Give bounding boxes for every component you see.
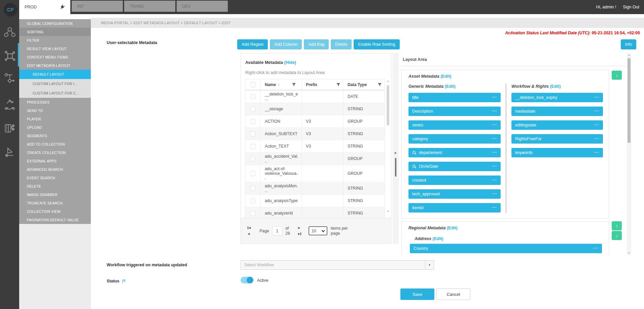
sidebar-item-add-to-collection[interactable]: ADD TO COLLECTION: [19, 140, 91, 148]
chip-options-icon[interactable]: ...: [594, 121, 599, 126]
row-checkbox[interactable]: [250, 186, 255, 191]
chip-options-icon[interactable]: ...: [594, 107, 599, 112]
avatar[interactable]: CP: [4, 3, 17, 16]
chip-options-icon[interactable]: ...: [594, 93, 599, 99]
hide-link[interactable]: (Hide): [284, 60, 296, 65]
sidebar-item-sorting[interactable]: SORTING: [19, 28, 91, 36]
row-checkbox[interactable]: [250, 119, 255, 124]
chip-options-icon[interactable]: ...: [492, 176, 497, 181]
layout-area-scrollbar[interactable]: ▲ ▼: [627, 53, 631, 255]
row-checkbox[interactable]: [250, 198, 255, 203]
sidebar-item-filter[interactable]: FILTER: [19, 36, 91, 44]
move-section-down-button[interactable]: ↓: [612, 231, 622, 240]
chip-options-icon[interactable]: ...: [492, 135, 497, 140]
chip-options-icon[interactable]: ...: [594, 149, 599, 154]
collapse-left-icon[interactable]: ◀: [394, 151, 396, 154]
metadata-chip-title[interactable]: title ...: [408, 93, 501, 102]
sidebar-item-external-apps[interactable]: EXTERNAL APPS: [19, 157, 91, 165]
add-region-button[interactable]: Add Region: [237, 39, 268, 49]
sidebar-item-advanced-search[interactable]: ADVANCED SEARCH: [19, 165, 91, 173]
sidebar-item-truncate-search[interactable]: TRUNCATE SEARCH: [19, 199, 91, 207]
tab-dev[interactable]: DEV: [177, 1, 228, 12]
chip-options-icon[interactable]: ...: [492, 93, 497, 99]
sync-processes-icon[interactable]: [3, 98, 17, 112]
row-checkbox[interactable]: [250, 171, 255, 176]
metadata-chip-series[interactable]: series ...: [408, 120, 501, 130]
chip-options-icon[interactable]: ...: [492, 121, 497, 126]
chip-options-icon[interactable]: ...: [492, 190, 497, 195]
sidebar-item-image-grabber[interactable]: IMAGE GRABBER: [19, 190, 91, 199]
sidebar-item-custom-layout-i[interactable]: CUSTOM LAYOUT FOR I...: [19, 79, 91, 88]
row-checkbox[interactable]: [250, 211, 255, 216]
metadata-chip-editingstate[interactable]: editingstate ...: [511, 120, 603, 130]
sidebar-item-event-search[interactable]: EVENT SEARCH: [19, 173, 91, 182]
chip-options-icon[interactable]: ...: [594, 135, 599, 140]
tab-prod[interactable]: PROD: [19, 0, 70, 14]
scrollbar-thumb[interactable]: [628, 58, 631, 143]
sidebar-item-delete[interactable]: DELETE: [19, 182, 91, 190]
sign-out-link[interactable]: Sign Out: [623, 5, 639, 9]
scroll-down-icon[interactable]: ▼: [627, 252, 631, 254]
sidebar-item-create-collection[interactable]: CREATE COLLECTION: [19, 148, 91, 157]
tab-int[interactable]: INT: [72, 1, 123, 12]
table-row[interactable]: Action_TEXT V3 STRING: [245, 140, 385, 153]
panel-splitter[interactable]: ◀: [393, 53, 399, 244]
chip-options-icon[interactable]: ...: [492, 204, 497, 209]
info-button[interactable]: Info: [621, 39, 636, 49]
row-checkbox[interactable]: [250, 131, 255, 137]
media-edit-icon[interactable]: [3, 121, 17, 135]
add-column-button[interactable]: Add Column: [270, 39, 302, 49]
address-edit-link[interactable]: (Edit): [433, 236, 443, 241]
first-page-icon[interactable]: ◀: [248, 226, 251, 229]
scroll-down-icon[interactable]: ▼: [386, 210, 390, 213]
metadata-chip-tech-approved[interactable]: tech_approved ...: [408, 189, 501, 199]
table-row[interactable]: adu_act-of-violence_Valossa... GROUP: [245, 165, 385, 182]
modules-icon[interactable]: [3, 25, 17, 39]
table-row[interactable]: __storage STRING: [245, 103, 385, 115]
metadata-chip-country[interactable]: Country ...: [410, 244, 602, 253]
add-bag-button[interactable]: Add Bag: [304, 39, 329, 49]
last-page-icon[interactable]: ▶: [298, 232, 301, 235]
move-section-up-button[interactable]: ↑: [612, 221, 622, 230]
sidebar-item-pagination-default-value[interactable]: PAGINATION DEFAULT VALUE: [19, 216, 91, 224]
metadata-chip-departement[interactable]: departement ...: [408, 148, 501, 157]
row-checkbox[interactable]: [250, 156, 255, 161]
table-row[interactable]: Action_SUBTEXT V3 STRING: [245, 128, 385, 140]
filter-data-type-icon[interactable]: [378, 83, 382, 87]
metadata-chip-onairdate[interactable]: OnAirDate ...: [408, 162, 501, 171]
sidebar-item-upload[interactable]: UPLOAD: [19, 123, 91, 131]
table-scrollbar[interactable]: ▲ ▼: [386, 80, 390, 213]
row-checkbox[interactable]: [250, 144, 255, 149]
splitter-handle[interactable]: [395, 158, 396, 177]
sidebar-item-processes[interactable]: PROCESSES: [19, 98, 91, 106]
table-row[interactable]: ACTION V3 GROUP: [245, 115, 385, 128]
save-button[interactable]: Save: [400, 288, 434, 300]
chip-options-icon[interactable]: ...: [492, 107, 497, 112]
row-checkbox[interactable]: [250, 107, 255, 112]
metadata-chip-keywords[interactable]: keywords ...: [511, 148, 603, 157]
scrollbar-thumb[interactable]: [387, 85, 389, 125]
row-checkbox[interactable]: [250, 94, 255, 99]
enable-row-sorting-button[interactable]: Enable Row Sorting: [354, 39, 399, 49]
regional-metadata-edit-link[interactable]: (Edit): [447, 226, 458, 230]
generic-metadata-edit-link[interactable]: (Edit): [445, 84, 456, 89]
sidebar-item-segments[interactable]: SEGMENTS: [19, 131, 91, 140]
sidebar-item-collection-view[interactable]: COLLECTION VIEW: [19, 207, 91, 216]
next-page-icon[interactable]: ▶: [298, 226, 301, 229]
workflow-icon[interactable]: [3, 71, 17, 85]
table-row[interactable]: __deletion_lock_e... DATE: [245, 90, 385, 103]
sidebar-item-send-to[interactable]: SEND TO: [19, 106, 91, 115]
metadata-chip-mediastate[interactable]: mediastate ...: [511, 107, 603, 116]
table-row[interactable]: adu_analysisType STRING: [245, 195, 385, 207]
metadata-chip-category[interactable]: category ...: [408, 134, 501, 144]
metadata-chip-created[interactable]: created ...: [408, 176, 501, 185]
workflow-select[interactable]: Select Workflow ▼: [241, 260, 434, 270]
chip-options-icon[interactable]: ...: [593, 244, 598, 249]
previous-page-icon[interactable]: ◀: [248, 232, 251, 235]
sort-ascending-icon[interactable]: ↑: [278, 82, 280, 87]
asset-metadata-edit-link[interactable]: (Edit): [440, 74, 451, 79]
integration-icon[interactable]: [3, 49, 17, 63]
sidebar-item-global-configuration[interactable]: GLOBAL CONFIGURATION: [19, 19, 91, 28]
select-all-checkbox[interactable]: [250, 82, 255, 87]
move-section-down-button[interactable]: ↓: [612, 71, 622, 80]
